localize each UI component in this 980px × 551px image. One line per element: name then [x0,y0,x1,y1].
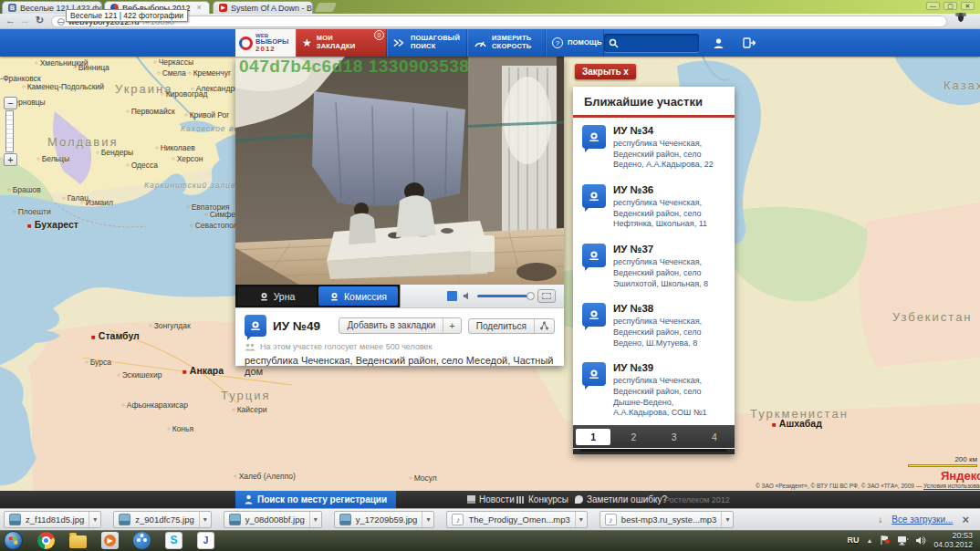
nav-my-bookmarks[interactable]: ★ МОИЗАКЛАДКИ [296,29,387,57]
nearby-list: ИУ №34республика Чеченская, Веденский ра… [573,118,735,425]
map-label-city: Смела [157,68,186,78]
forward-button[interactable]: → [20,15,30,26]
zoom-slider[interactable] [5,110,14,152]
download-item[interactable]: z_f11d81d5.jpg▾ [4,511,101,528]
zoom-out-button[interactable]: − [4,97,17,109]
download-item[interactable]: y_17209b59.jpg▾ [334,511,435,528]
nav-measure-speed[interactable]: ИЗМЕРИТЬСКОРОСТЬ [467,29,546,57]
add-bookmark-button[interactable]: Добавить в закладки + [339,317,461,334]
minimize-button[interactable]: — [926,2,940,10]
nav-help[interactable]: ? ПОМОЩЬ [546,29,604,57]
network-icon[interactable] [897,535,909,546]
nearby-station-item[interactable]: ИУ №39республика Чеченская, Веденский ра… [573,355,735,425]
close-shelf-button[interactable]: × [962,513,969,526]
tab-komissiya[interactable]: Комиссия [318,286,398,306]
volume-knob[interactable] [526,292,535,300]
header-search-input[interactable] [604,34,699,52]
blue-circle-app-icon[interactable] [133,532,151,549]
skype-icon[interactable]: S [165,532,182,549]
start-orb[interactable] [4,531,23,550]
pagination-page-3[interactable]: 3 [657,429,692,445]
map-zoom-control: − + [4,97,17,166]
pagination-page-1[interactable]: 1 [576,429,610,445]
stop-button[interactable] [447,291,457,301]
nearby-station-item[interactable]: ИУ №38республика Чеченская, Веденский ра… [573,296,735,355]
nearby-station-item[interactable]: ИУ №34республика Чеченская, Веденский ра… [573,118,735,177]
link-label: Новости [479,494,515,504]
youtube-icon: ▶ [219,4,227,12]
chevron-down-icon[interactable]: ▾ [199,512,211,527]
logout-button[interactable] [735,29,763,57]
volume-tray-icon[interactable] [916,535,926,546]
map-label-city: Бендеры [96,148,133,157]
logo-text: WEB ВЫБОРЫ 2012 [255,33,288,53]
chevron-down-icon[interactable]: ▾ [422,512,433,527]
all-downloads-link[interactable]: Все загрузки... [891,515,953,525]
search-by-registration-button[interactable]: Поиск по месту регистрации [235,491,396,508]
map-label-city: Бурса [85,358,111,367]
volume-slider[interactable] [477,295,531,297]
taskbar-clock[interactable]: 20:53 04.03.2012 [933,531,973,549]
station-title[interactable]: ИУ №34 [613,125,725,136]
chevron-down-icon[interactable]: ▾ [575,512,587,527]
media-player-icon[interactable]: ▶ [101,532,119,549]
footer-link-news[interactable]: Новости [467,491,515,508]
nearby-station-item[interactable]: ИУ №37республика Чеченская, Веденский ра… [573,236,735,296]
station-address: республика Чеченская, Веденский район, с… [613,139,725,171]
station-title: ИУ №49 [273,319,332,333]
map-label-city: Винница [73,63,109,72]
download-item[interactable]: ♪best-mp3.ru_syste...mp3▾ [599,511,735,528]
volume-icon[interactable] [464,292,471,300]
webcam-pin-icon [245,315,266,337]
new-tab-button[interactable] [315,3,337,12]
zoom-in-button[interactable]: + [4,153,17,166]
tray-expand-icon[interactable]: ▲ [867,537,873,544]
reload-button[interactable]: ↻ [36,15,44,26]
download-item[interactable]: z_901dfc75.jpg▾ [113,511,211,528]
pagination-page-4[interactable]: 4 [697,429,732,445]
chevron-down-icon[interactable]: ▾ [309,512,321,527]
terms-link[interactable]: Условия использования [923,483,980,489]
fullscreen-button[interactable] [537,289,556,303]
download-filename: y_17209b59.jpg [356,515,418,525]
java-icon[interactable]: J [197,532,214,549]
nearby-station-item[interactable]: ИУ №36республика Чеченская, Веденский ра… [573,177,735,236]
share-icon[interactable] [534,319,554,333]
chrome-icon[interactable] [37,532,55,549]
chevron-down-icon[interactable]: ▾ [89,512,100,527]
footer-link-report-error[interactable]: Заметили ошибку? [575,491,667,508]
image-file-icon [9,514,21,525]
action-center-flag-icon[interactable] [880,535,890,546]
share-button[interactable]: Поделиться [468,318,555,334]
station-title[interactable]: ИУ №36 [613,184,725,195]
pagination-page-2[interactable]: 2 [616,429,651,445]
footer-link-contests[interactable]: Конкурсы [516,491,568,508]
download-item[interactable]: y_08d008bf.jpg▾ [224,511,322,528]
language-indicator[interactable]: RU [848,535,860,545]
webcam-frame [235,57,564,285]
site-logo[interactable]: WEB ВЫБОРЫ 2012 [235,29,296,57]
map-label-city: Севастополь [190,221,242,230]
nav-step-search[interactable]: ПОШАГОВЫЙПОИСК [387,29,467,57]
browser-tab-3[interactable]: ▶ System Of A Down - B.Y.O... × [213,1,313,14]
folder-icon[interactable] [69,535,87,548]
audio-file-icon: ♪ [452,514,464,525]
close-button[interactable]: Закрыть x [575,64,636,79]
back-button[interactable]: ← [5,15,16,26]
station-title[interactable]: ИУ №38 [613,303,725,314]
chevron-down-icon[interactable]: ▾ [721,512,733,527]
station-title[interactable]: ИУ №39 [613,362,725,373]
station-title[interactable]: ИУ №37 [613,244,725,255]
yandex-logo[interactable]: Яндекс [941,469,980,483]
plus-icon[interactable]: + [443,318,460,333]
speedometer-icon [474,37,487,48]
panel-scrollbar[interactable] [573,449,735,454]
download-item[interactable]: ♪The_Prodigy_Omen...mp3▾ [446,511,587,528]
tab-close-icon[interactable]: × [196,4,201,12]
tab-urna[interactable]: Урна [237,286,317,306]
tab-label: Комиссия [344,291,387,302]
logo-swoosh-icon [239,36,253,50]
video-stream[interactable]: 047d7b4c6d18 1330903538 [235,57,564,285]
user-account-button[interactable] [704,29,732,57]
logout-icon [743,37,756,48]
